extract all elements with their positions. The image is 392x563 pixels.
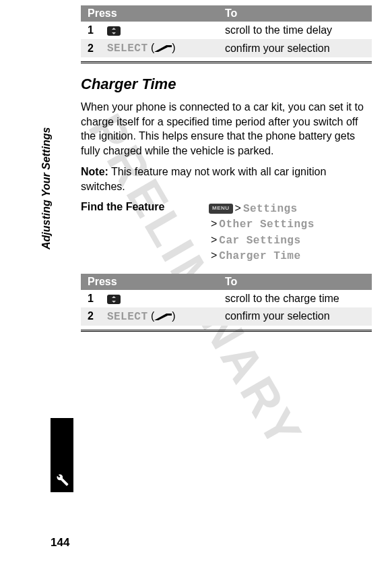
find-feature-label: Find the Feature (81, 201, 209, 213)
menu-key-icon: MENU (209, 204, 233, 214)
step-number: 2 (81, 39, 100, 57)
table-end-rule (81, 330, 372, 332)
table-row: 1 scroll to the charge time (81, 290, 372, 307)
key-cell (100, 290, 218, 307)
table-header-to: To (218, 274, 372, 290)
table-header-to: To (218, 5, 372, 22)
action-cell: scroll to the time delay (218, 22, 372, 39)
instruction-table-2: Press To 1 scroll to the charge time 2 S… (81, 274, 372, 326)
nav-key-icon (107, 26, 121, 36)
key-cell (100, 22, 218, 39)
key-cell: SELECT () (100, 307, 218, 326)
instruction-table-1: Press To 1 scroll to the time delay 2 SE… (81, 5, 372, 57)
table-header-press: Press (81, 274, 218, 290)
step-number: 2 (81, 307, 100, 326)
nav-key-icon (107, 295, 121, 304)
find-feature-block: Find the Feature MENU>Settings >Other Se… (81, 201, 372, 264)
table-header-press: Press (81, 5, 218, 22)
menu-item: Other Settings (219, 218, 314, 231)
menu-path: MENU>Settings >Other Settings >Car Setti… (209, 201, 315, 264)
table-end-rule (81, 61, 372, 63)
key-cell: SELECT () (100, 39, 218, 57)
softkey-icon (154, 314, 172, 320)
softkey-icon (154, 45, 172, 52)
step-number: 1 (81, 22, 100, 39)
table-row: 1 scroll to the time delay (81, 22, 372, 39)
action-cell: confirm your selection (218, 307, 372, 326)
menu-item: Settings (243, 203, 298, 215)
page-number: 144 (51, 536, 69, 550)
menu-item: Car Settings (219, 235, 300, 247)
menu-item: Charger Time (219, 250, 300, 262)
note-paragraph: Note: This feature may not work with all… (81, 165, 372, 194)
sidebar-icon-block (51, 418, 73, 492)
section-heading: Charger Time (81, 76, 372, 93)
select-label: SELECT (107, 42, 148, 55)
table-row: 2 SELECT () confirm your selection (81, 39, 372, 57)
step-number: 1 (81, 290, 100, 307)
table-row: 2 SELECT () confirm your selection (81, 307, 372, 326)
action-cell: confirm your selection (218, 39, 372, 57)
page-content: Press To 1 scroll to the time delay 2 SE… (0, 0, 392, 357)
select-label: SELECT (107, 311, 148, 323)
body-paragraph: When your phone is connected to a car ki… (81, 100, 372, 158)
wrench-icon (55, 472, 69, 487)
note-label: Note: (81, 166, 108, 177)
note-text: This feature may not work with all car i… (81, 166, 326, 192)
action-cell: scroll to the charge time (218, 290, 372, 307)
